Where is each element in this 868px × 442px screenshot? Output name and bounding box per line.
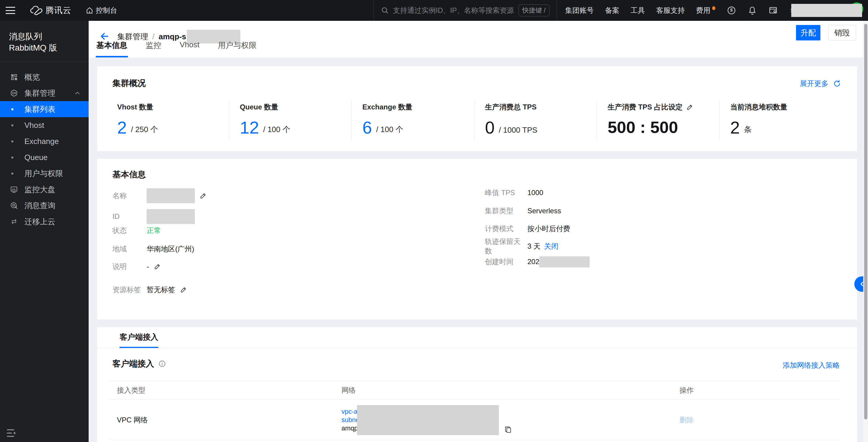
workorder-icon[interactable] <box>727 6 736 15</box>
detail-tabs: 基本信息 监控 Vhost 用户与权限 <box>96 40 257 57</box>
hamburger-menu-icon[interactable] <box>6 7 15 14</box>
sidebar-item-label: 用户与权限 <box>24 168 63 179</box>
stat-message-backlog: 当前消息堆积数量 2条 <box>719 100 842 140</box>
edit-tps-ratio-icon[interactable] <box>686 103 693 110</box>
screen: 腾讯云 控制台 快捷键 / 集团账号 备案 工具 客服支持 费用 <box>0 0 868 442</box>
bullet-dot <box>11 140 13 143</box>
home-icon <box>86 6 93 14</box>
notifications-bell-icon[interactable] <box>747 6 757 15</box>
topbar-nav: 集团账号 备案 工具 客服支持 费用 <box>557 0 799 21</box>
stat-value: 500 : 500 <box>608 119 678 136</box>
field-name: 名称 <box>113 188 207 203</box>
nav-icp-filing[interactable]: 备案 <box>605 6 619 15</box>
client-access-title: 客户端接入 <box>113 358 166 370</box>
basic-info-title: 基本信息 <box>113 169 146 180</box>
tab-vhost[interactable]: Vhost <box>179 40 200 57</box>
sidebar-item-message-query[interactable]: 消息查询 <box>0 197 89 214</box>
topbar-left: 腾讯云 控制台 <box>0 0 117 21</box>
breadcrumb-separator: / <box>152 32 154 41</box>
account-name-redacted[interactable] <box>791 4 862 17</box>
field-region: 地域 华南地区(广州) <box>113 245 194 253</box>
client-access-card: 客户端接入 客户端接入 添加网络接入策略 接入类型 网络 操作 VPC 网络 v… <box>97 327 857 442</box>
sidebar-item-users-permissions[interactable]: 用户与权限 <box>0 165 89 182</box>
delete-action[interactable]: 删除 <box>679 416 694 424</box>
cluster-management-icon <box>9 89 19 98</box>
console-link[interactable]: 控制台 <box>86 6 117 15</box>
cluster-overview-card: 集群概况 展开更多 Vhost 数量 2/ 250 个 Queue 数量 12/… <box>97 66 857 151</box>
billing-alert-dot <box>712 6 715 10</box>
sidebar-item-label: 集群管理 <box>24 88 55 98</box>
sidebar-item-cluster-management[interactable]: 集群管理 <box>0 85 89 101</box>
field-created-time: 创建时间 202 <box>485 254 590 269</box>
tab-monitoring[interactable]: 监控 <box>145 40 162 57</box>
nav-group-account[interactable]: 集团账号 <box>565 6 594 15</box>
search-icon <box>381 6 389 14</box>
sidebar-item-cluster-list[interactable]: 集群列表 <box>0 101 89 117</box>
bullet-dot <box>11 124 13 126</box>
topbar: 腾讯云 控制台 快捷键 / 集团账号 备案 工具 客服支持 费用 <box>0 0 868 21</box>
overview-title: 集群概况 <box>113 77 146 89</box>
sidebar-divider <box>0 62 89 62</box>
cloud-logo-icon <box>30 6 42 15</box>
sidebar-nav: 概览 集群管理 集群列表 Vhost Exchange <box>0 69 89 230</box>
add-network-policy-link[interactable]: 添加网络接入策略 <box>783 360 840 370</box>
sidebar-item-monitor-dashboard[interactable]: 监控大盘 <box>0 182 89 197</box>
trace-close-link[interactable]: 关闭 <box>544 242 558 251</box>
sidebar-item-label: Vhost <box>24 121 44 130</box>
upgrade-button[interactable]: 升配 <box>796 25 820 40</box>
field-peak-tps: 峰值 TPS 1000 <box>485 188 543 197</box>
info-icon[interactable] <box>158 360 166 368</box>
field-description: 说明 - <box>113 262 161 271</box>
expand-more-link[interactable]: 展开更多 <box>800 79 841 88</box>
copy-icon[interactable] <box>504 425 512 433</box>
scrollbar-thumb[interactable] <box>864 24 867 419</box>
nav-support[interactable]: 客服支持 <box>656 6 685 15</box>
field-cluster-type: 集群类型 Serverless <box>485 207 561 215</box>
nav-tools[interactable]: 工具 <box>631 6 645 15</box>
tab-users-permissions[interactable]: 用户与权限 <box>217 40 257 57</box>
sidebar-item-migration[interactable]: 迁移上云 <box>0 214 89 230</box>
stat-total-tps: 生产消费总 TPS 0/ 1000 TPS <box>474 100 597 140</box>
stat-value: 2 <box>730 119 740 136</box>
table-row: VPC 网络 vpc-a subne amqp 删除 <box>108 400 840 440</box>
edit-tags-icon[interactable] <box>180 286 187 293</box>
sidebar-item-label: 概览 <box>24 72 40 83</box>
tab-basic-info[interactable]: 基本信息 <box>96 40 128 57</box>
search-input[interactable] <box>393 6 519 14</box>
name-value-redacted <box>147 188 195 203</box>
field-status: 状态 正常 <box>113 226 161 235</box>
overview-grid-icon <box>9 72 19 82</box>
access-type-cell: VPC 网络 <box>108 415 333 425</box>
sidebar-collapse-icon[interactable] <box>6 429 17 437</box>
sidebar-item-exchange[interactable]: Exchange <box>0 133 89 149</box>
field-billing-mode: 计费模式 按小时后付费 <box>485 224 570 233</box>
page-scrollbar <box>863 21 868 442</box>
tab-client-access[interactable]: 客户端接入 <box>120 327 158 348</box>
sidebar-item-label: Exchange <box>24 137 59 146</box>
stat-queue-count: Queue 数量 12/ 100 个 <box>229 100 351 140</box>
stat-exchange-count: Exchange 数量 6/ 100 个 <box>351 100 474 140</box>
product-title: 消息队列 RabbitMQ 版 <box>0 21 89 62</box>
page-header: 集群管理 / amqp-s 升配 销毁 基本信息 监控 Vhost 用户与权限 <box>89 21 868 57</box>
global-search: 快捷键 / <box>374 0 557 21</box>
edit-name-icon[interactable] <box>199 192 207 199</box>
breadcrumb-instance: amqp-s <box>159 32 186 41</box>
sidebar: 消息队列 RabbitMQ 版 概览 集群管理 集群列表 <box>0 21 89 442</box>
sidebar-item-overview[interactable]: 概览 <box>0 69 89 85</box>
sidebar-item-queue[interactable]: Queue <box>0 149 89 165</box>
sidebar-item-vhost[interactable]: Vhost <box>0 117 89 133</box>
tencent-cloud-logo[interactable]: 腾讯云 <box>30 5 71 16</box>
edit-description-icon[interactable] <box>154 263 161 270</box>
col-network: 网络 <box>333 385 671 395</box>
chevron-up-icon <box>74 90 81 97</box>
destroy-button[interactable]: 销毁 <box>828 25 856 40</box>
brand-name: 腾讯云 <box>45 5 71 16</box>
stat-tps-ratio: 生产消费 TPS 占比设定 500 : 500 <box>597 100 719 140</box>
created-time-redacted <box>539 256 590 267</box>
shortcut-badge[interactable]: 快捷键 / <box>519 4 550 17</box>
stat-vhost-count: Vhost 数量 2/ 250 个 <box>113 100 229 140</box>
stat-value: 2 <box>117 119 127 136</box>
message-query-icon <box>9 201 19 210</box>
nav-billing[interactable]: 费用 <box>696 6 715 15</box>
console-settings-icon[interactable] <box>768 6 778 15</box>
